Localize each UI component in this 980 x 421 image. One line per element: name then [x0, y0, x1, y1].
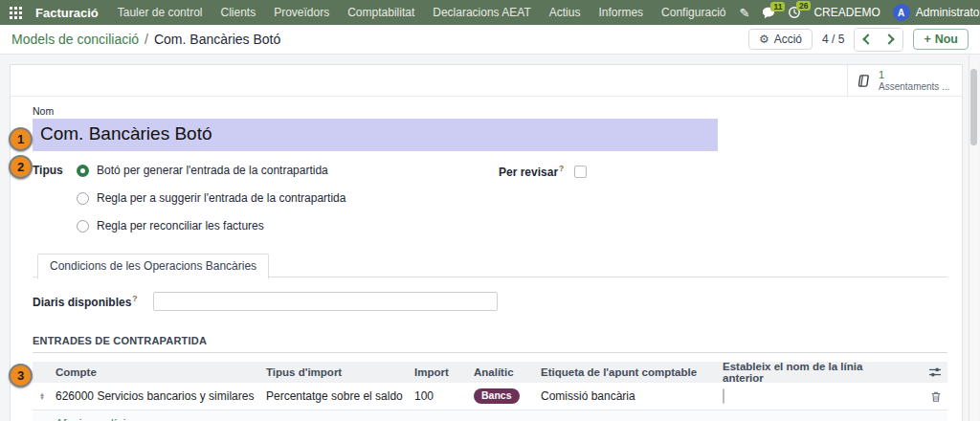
chevron-right-icon [884, 33, 895, 44]
menu-item-accounting[interactable]: Comptabilitat [347, 6, 414, 19]
edit-pencil-icon[interactable]: ✎ [739, 6, 749, 20]
drag-handle-icon[interactable]: ▴▾ [40, 392, 44, 401]
vertical-scrollbar[interactable] [969, 55, 979, 421]
radio-option-suggest-counterpart[interactable]: Regla per a suggerir l'entrada de la con… [77, 191, 345, 205]
scrollbar-thumb[interactable] [970, 69, 977, 145]
radio-option-label[interactable]: Regla per reconciliar les factures [97, 219, 264, 233]
column-header-analytic: Analític [470, 366, 537, 378]
apps-grid-icon[interactable] [10, 7, 22, 19]
type-field-label: Tipus [33, 164, 64, 177]
messages-icon[interactable]: 11 [762, 7, 775, 19]
stat-button-row: 1 Assentaments ... [11, 65, 962, 97]
analytic-tag-badge[interactable]: Bancs [474, 388, 520, 404]
stat-label: Assentaments ... [879, 81, 949, 93]
breadcrumb-current: Com. Bancàries Botó [154, 32, 280, 47]
menu-item-clients[interactable]: Clients [220, 6, 256, 19]
section-divider [33, 352, 947, 353]
company-switcher[interactable]: CREADEMO [813, 6, 880, 19]
help-mark: ? [559, 164, 564, 173]
action-button[interactable]: ⚙ Acció [748, 29, 813, 50]
user-name: Administrator [916, 6, 980, 19]
journals-field-label: Diaris disponibles? [33, 294, 138, 309]
annotation-step-2: 2 [9, 155, 33, 179]
cell-amount-type[interactable]: Percentatge sobre el saldo [262, 389, 411, 403]
chevron-left-icon [863, 33, 874, 44]
counterpart-section-title: ENTRADES DE CONTRAPARTIDA [33, 335, 962, 346]
notebook-tabs: Condicions de les Operacions Bancàries [33, 253, 947, 277]
menu-item-dashboard[interactable]: Tauler de control [118, 6, 203, 19]
journal-entries-stat-button[interactable]: 1 Assentaments ... [847, 65, 962, 96]
pager-nav [854, 28, 903, 52]
journals-input[interactable] [153, 292, 498, 311]
name-field-input[interactable]: Com. Bancàries Botó [33, 119, 718, 151]
messages-badge: 11 [770, 2, 785, 11]
to-check-label: Per revisar? [499, 164, 564, 179]
form-body: Nom Com. Bancàries Botó Tipus Botó per g… [11, 97, 962, 421]
radio-option-button-counterpart[interactable]: Botó per generar l'entrada de la contrap… [77, 164, 328, 177]
add-line-link[interactable]: Afegir una línia [56, 417, 132, 421]
radio-option-match-invoices[interactable]: Regla per reconciliar les factures [77, 219, 264, 233]
next-record-button[interactable] [879, 29, 902, 51]
counterpart-lines-table: Compte Tipus d'import Import Analític Et… [33, 362, 947, 421]
column-header-amount-type: Tipus d'import [262, 366, 411, 378]
cell-amount[interactable]: 100 [411, 389, 470, 403]
menu-item-assets[interactable]: Actius [549, 6, 581, 19]
activities-badge: 26 [796, 1, 811, 11]
table-header-row: Compte Tipus d'import Import Analític Et… [33, 362, 947, 383]
new-record-button[interactable]: + Nou [913, 29, 969, 50]
menu-item-reports[interactable]: Informes [598, 6, 643, 19]
help-mark: ? [132, 294, 137, 303]
annotation-step-3: 3 [9, 364, 33, 388]
cell-account[interactable]: 626000 Servicios bancarios y similares [52, 389, 262, 403]
plus-icon: + [924, 33, 930, 46]
gear-icon: ⚙ [759, 33, 769, 46]
menu-item-vendors[interactable]: Proveïdors [274, 6, 329, 19]
user-menu[interactable]: A Administrator [893, 4, 980, 21]
cell-label[interactable]: Comissió bancària [537, 389, 719, 403]
app-name[interactable]: Facturació [35, 6, 99, 20]
control-panel: Models de conciliació / Com. Bancàries B… [0, 25, 980, 55]
breadcrumb-separator: / [145, 32, 148, 47]
action-button-label: Acció [774, 33, 802, 46]
column-header-amount: Import [411, 366, 470, 378]
top-navbar: Facturació Tauler de control Clients Pro… [0, 0, 980, 25]
column-header-account: Compte [52, 366, 262, 378]
delete-row-icon[interactable] [930, 390, 942, 403]
to-check-checkbox[interactable] [574, 166, 587, 178]
tab-bank-operation-conditions[interactable]: Condicions de les Operacions Bancàries [37, 254, 269, 279]
form-sheet: 1 Assentaments ... Nom Com. Bancàries Bo… [10, 64, 963, 421]
type-field-group: Tipus Botó per generar l'entrada de la c… [33, 164, 947, 233]
stat-count: 1 [879, 69, 949, 81]
breadcrumb: Models de conciliació / Com. Bancàries B… [11, 32, 280, 47]
column-header-label: Etiqueta de l'apunt comptable [537, 366, 719, 378]
journal-book-icon [856, 74, 871, 88]
radio-option-label[interactable]: Regla per a suggerir l'entrada de la con… [97, 191, 345, 205]
previous-record-button[interactable] [855, 29, 879, 51]
radio-option-label[interactable]: Botó per generar l'entrada de la contrap… [97, 164, 328, 177]
to-check-field: Per revisar? [499, 164, 587, 179]
column-header-set-name: Estableix el nom de la línia anterior [719, 361, 897, 384]
set-name-checkbox[interactable] [723, 388, 724, 404]
avatar: A [893, 4, 910, 21]
activities-icon[interactable]: 26 [788, 6, 801, 19]
breadcrumb-parent-link[interactable]: Models de conciliació [11, 32, 139, 47]
name-field-label: Nom [33, 105, 962, 117]
annotation-step-1: 1 [9, 127, 33, 151]
optional-columns-icon[interactable] [928, 366, 942, 378]
main-menu: Tauler de control Clients Proveïdors Com… [118, 6, 726, 19]
journals-field-row: Diaris disponibles? [33, 292, 962, 311]
new-button-label: Nou [935, 33, 958, 46]
add-line-row: Afegir una línia [33, 410, 947, 421]
record-pager: 4 / 5 [822, 33, 844, 46]
menu-item-settings[interactable]: Configuració [661, 6, 725, 19]
radio-selected-icon[interactable] [77, 165, 89, 177]
radio-unselected-icon[interactable] [77, 192, 89, 205]
menu-item-aeat[interactable]: Declaracions AEAT [433, 6, 531, 19]
table-row[interactable]: ▴▾ 626000 Servicios bancarios y similare… [33, 383, 947, 410]
radio-unselected-icon[interactable] [77, 220, 89, 233]
